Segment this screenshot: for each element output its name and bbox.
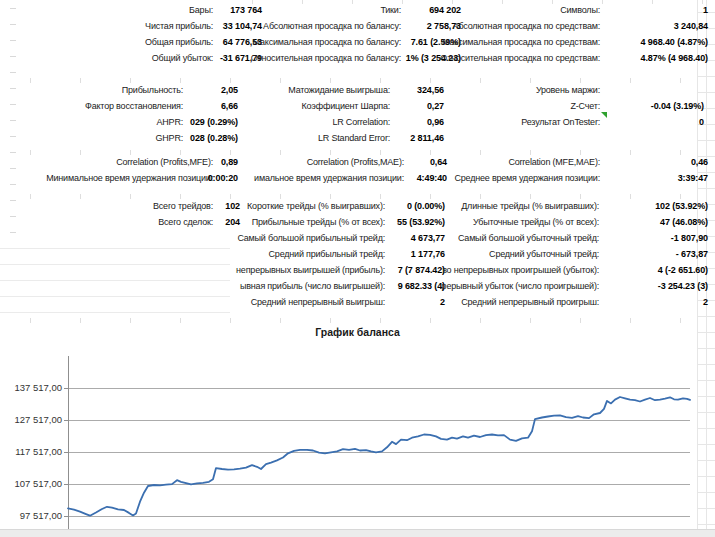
bottom-sheet-strip [0, 529, 715, 537]
balance-chart [0, 0, 715, 537]
tester-report-sheet: Бары:173 764Тики:694 202Символы:1Чистая … [0, 0, 715, 537]
balance-line [68, 397, 690, 516]
